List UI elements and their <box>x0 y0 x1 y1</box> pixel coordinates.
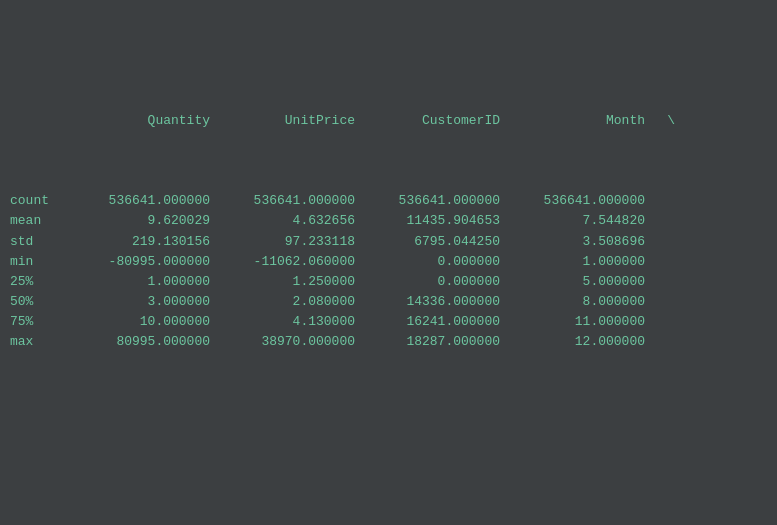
row-customerid: 16241.000000 <box>355 312 500 332</box>
header-label <box>10 111 65 131</box>
row-month: 12.000000 <box>500 332 645 352</box>
row-label: mean <box>10 211 65 231</box>
row-quantity: 1.000000 <box>65 272 210 292</box>
row-customerid: 14336.000000 <box>355 292 500 312</box>
row-month: 1.000000 <box>500 252 645 272</box>
header-extra: \ <box>645 111 675 131</box>
table2-section: SumPrice count 536641.000000 mean 18.123… <box>10 467 767 525</box>
row-label: std <box>10 232 65 252</box>
row-month: 8.000000 <box>500 292 645 312</box>
row-unitprice: 4.130000 <box>210 312 355 332</box>
row-quantity: -80995.000000 <box>65 252 210 272</box>
row-unitprice: 2.080000 <box>210 292 355 312</box>
row-customerid: 11435.904653 <box>355 211 500 231</box>
header-customerid: CustomerID <box>355 111 500 131</box>
row-label: 50% <box>10 292 65 312</box>
row-month: 7.544820 <box>500 211 645 231</box>
row-unitprice: 4.632656 <box>210 211 355 231</box>
row-month: 536641.000000 <box>500 191 645 211</box>
row-label: count <box>10 191 65 211</box>
row-customerid: 0.000000 <box>355 272 500 292</box>
table-row: 25% 1.000000 1.250000 0.000000 5.000000 <box>10 272 767 292</box>
row-quantity: 219.130156 <box>65 232 210 252</box>
row-unitprice: 38970.000000 <box>210 332 355 352</box>
row-month: 3.508696 <box>500 232 645 252</box>
table1-section: Quantity UnitPrice CustomerID Month \ co… <box>10 50 767 392</box>
row-label: min <box>10 252 65 272</box>
row-month: 11.000000 <box>500 312 645 332</box>
row-month: 5.000000 <box>500 272 645 292</box>
table-row: count 536641.000000 536641.000000 536641… <box>10 191 767 211</box>
row-label: 25% <box>10 272 65 292</box>
row-customerid: 6795.044250 <box>355 232 500 252</box>
header-month: Month <box>500 111 645 131</box>
row-unitprice: 1.250000 <box>210 272 355 292</box>
table-row: min -80995.000000 -11062.060000 0.000000… <box>10 252 767 272</box>
table-row: 50% 3.000000 2.080000 14336.000000 8.000… <box>10 292 767 312</box>
row-label: 75% <box>10 312 65 332</box>
row-quantity: 80995.000000 <box>65 332 210 352</box>
console-output: Quantity UnitPrice CustomerID Month \ co… <box>0 8 777 525</box>
row-unitprice: 536641.000000 <box>210 191 355 211</box>
row-customerid: 18287.000000 <box>355 332 500 352</box>
row-quantity: 536641.000000 <box>65 191 210 211</box>
row-customerid: 0.000000 <box>355 252 500 272</box>
header-unitprice: UnitPrice <box>210 111 355 131</box>
table-row: max 80995.000000 38970.000000 18287.0000… <box>10 332 767 352</box>
row-label: max <box>10 332 65 352</box>
table-row: std 219.130156 97.233118 6795.044250 3.5… <box>10 232 767 252</box>
row-quantity: 10.000000 <box>65 312 210 332</box>
row-quantity: 3.000000 <box>65 292 210 312</box>
row-unitprice: 97.233118 <box>210 232 355 252</box>
row-unitprice: -11062.060000 <box>210 252 355 272</box>
header-quantity: Quantity <box>65 111 210 131</box>
row-quantity: 9.620029 <box>65 211 210 231</box>
table-row: mean 9.620029 4.632656 11435.904653 7.54… <box>10 211 767 231</box>
table1-header-row: Quantity UnitPrice CustomerID Month \ <box>10 111 767 131</box>
table-row: 75% 10.000000 4.130000 16241.000000 11.0… <box>10 312 767 332</box>
row-customerid: 536641.000000 <box>355 191 500 211</box>
